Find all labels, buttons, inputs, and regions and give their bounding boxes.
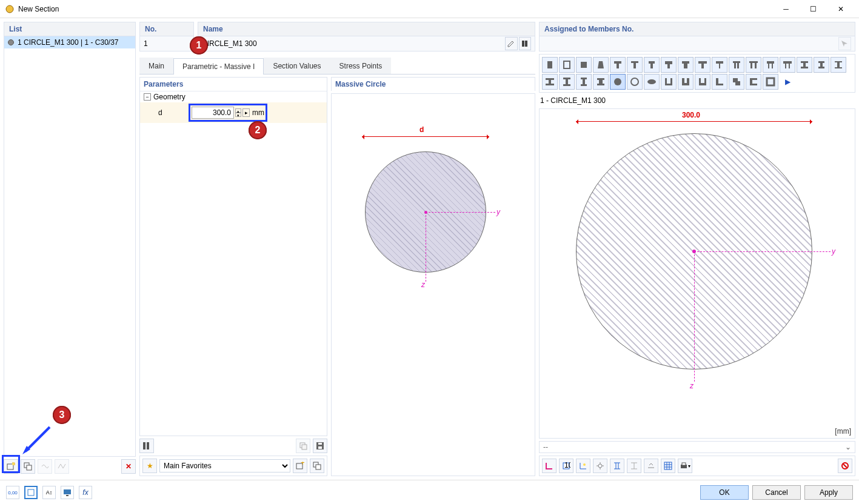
tab-stress-points[interactable]: Stress Points	[330, 58, 392, 74]
no-label: No.	[139, 22, 194, 36]
shape-u1[interactable]	[661, 74, 677, 90]
shape-u3[interactable]	[695, 74, 710, 90]
shape-i3[interactable]	[831, 57, 846, 73]
right-tool-7[interactable]	[644, 459, 658, 473]
geometry-label: Geometry	[153, 93, 186, 101]
shape-more-button[interactable]: ▶	[780, 74, 795, 90]
svg-rect-6	[525, 41, 527, 47]
shape-i6[interactable]	[576, 74, 592, 90]
param-d-highlight: ▴▾ ▸ mm	[189, 104, 267, 122]
param-d-name: d	[158, 108, 189, 117]
params-library-button[interactable]	[139, 439, 154, 453]
library-name-button[interactable]	[519, 37, 531, 50]
right-tool-6[interactable]	[627, 459, 641, 473]
shape-box1[interactable]	[763, 74, 778, 90]
minimize-button[interactable]: ─	[772, 0, 800, 18]
status-dropdown-icon[interactable]: ⌄	[845, 443, 851, 451]
shape-rect-hollow[interactable]	[559, 57, 575, 73]
right-tool-1[interactable]	[542, 459, 557, 473]
shape-i4[interactable]	[542, 74, 558, 90]
shape-t1[interactable]	[610, 57, 626, 73]
assigned-input-wrap	[539, 36, 855, 51]
right-tool-2[interactable]: 100	[559, 459, 573, 473]
footer-view-icon[interactable]	[24, 486, 38, 499]
right-tool-8[interactable]	[661, 459, 675, 473]
shape-t4[interactable]	[661, 57, 677, 73]
favorites-new-button[interactable]: +	[293, 459, 307, 473]
ok-button[interactable]: OK	[700, 485, 749, 500]
right-tool-5[interactable]	[610, 459, 624, 473]
maximize-button[interactable]: ☐	[800, 0, 827, 18]
footer-numeric-icon[interactable]: 0,00	[6, 486, 19, 499]
shape-t5[interactable]	[678, 57, 694, 73]
callout-1: 1	[190, 36, 208, 55]
shape-pi2[interactable]	[746, 57, 761, 73]
shape-t6[interactable]	[695, 57, 710, 73]
right-dim-value: 300.0	[682, 111, 700, 119]
params-save-button[interactable]	[313, 439, 327, 453]
close-button[interactable]: ✕	[827, 0, 854, 18]
shape-pi3[interactable]	[763, 57, 778, 73]
shape-c1[interactable]	[746, 74, 761, 90]
apply-button[interactable]: Apply	[804, 485, 853, 500]
shape-ellipse[interactable]	[644, 74, 660, 90]
shape-circle-hollow[interactable]	[627, 74, 643, 90]
toolbar-btn-3[interactable]	[38, 459, 52, 474]
list-item[interactable]: 1 CIRCLE_M1 300 | 1 - C30/37	[4, 36, 135, 48]
tab-main[interactable]: Main	[139, 58, 173, 74]
param-d-more-button[interactable]: ▸	[242, 108, 250, 117]
shape-l1[interactable]	[712, 74, 727, 90]
shape-t2[interactable]	[627, 57, 643, 73]
callout-3-arrow	[19, 424, 56, 457]
favorites-select[interactable]: Main Favorites	[159, 459, 290, 472]
shape-t3[interactable]	[644, 57, 660, 73]
favorites-copy-button[interactable]	[310, 459, 324, 473]
list-toolbar: ✕	[4, 457, 136, 476]
shape-pi1[interactable]	[729, 57, 744, 73]
shape-circle-solid[interactable]	[610, 74, 626, 90]
right-tool-reset[interactable]	[838, 459, 852, 473]
param-d-input[interactable]	[192, 107, 234, 119]
favorites-star-button[interactable]: ★	[142, 459, 157, 473]
edit-name-button[interactable]	[505, 37, 517, 50]
callout-3: 3	[53, 406, 71, 424]
shape-square[interactable]	[576, 57, 592, 73]
right-tool-4[interactable]	[593, 459, 607, 473]
shape-z1[interactable]	[729, 74, 744, 90]
toolbar-btn-4[interactable]	[55, 459, 69, 474]
footer-fx-icon[interactable]: fx	[79, 486, 92, 499]
params-copy-button[interactable]	[296, 439, 310, 453]
shape-i5[interactable]	[559, 74, 575, 90]
shape-i1[interactable]	[797, 57, 812, 73]
tab-section-values[interactable]: Section Values	[264, 58, 330, 74]
delete-section-button[interactable]: ✕	[121, 459, 136, 474]
shape-i2[interactable]	[814, 57, 829, 73]
shape-pi4[interactable]	[780, 57, 795, 73]
shape-u2[interactable]	[678, 74, 694, 90]
svg-rect-35	[66, 495, 69, 496]
name-input-wrap	[198, 36, 535, 51]
no-input[interactable]	[144, 39, 190, 48]
param-d-spinner[interactable]: ▴▾	[235, 108, 241, 117]
geometry-node[interactable]: − Geometry	[140, 91, 327, 102]
assigned-input[interactable]	[543, 39, 837, 48]
preview-axis-z: z	[421, 280, 425, 289]
right-tool-print[interactable]: ▾	[678, 459, 692, 473]
assigned-pick-button[interactable]	[838, 37, 851, 50]
svg-rect-13	[318, 443, 322, 445]
shape-i7[interactable]	[593, 74, 609, 90]
name-input[interactable]	[202, 39, 504, 48]
tab-parametric[interactable]: Parametric - Massive I	[173, 58, 264, 75]
svg-text:+: +	[301, 462, 304, 467]
footer-screen-icon[interactable]	[61, 486, 74, 499]
preview-axis-y: y	[496, 208, 500, 216]
right-tool-3[interactable]	[576, 459, 590, 473]
shape-t7[interactable]	[712, 57, 727, 73]
footer-ai-icon[interactable]: A↕	[42, 486, 56, 499]
svg-rect-19	[564, 61, 570, 68]
cancel-button[interactable]: Cancel	[752, 485, 801, 500]
copy-section-button[interactable]	[21, 459, 35, 474]
shape-rect-solid[interactable]	[542, 57, 558, 73]
shape-trapezoid[interactable]	[593, 57, 609, 73]
collapse-icon[interactable]: −	[144, 93, 151, 101]
